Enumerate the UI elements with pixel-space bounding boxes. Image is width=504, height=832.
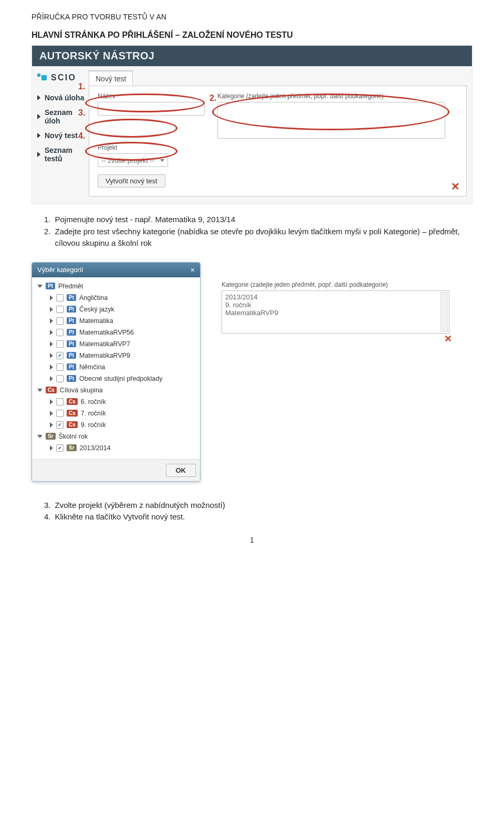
callout-4: 4.: [78, 131, 85, 141]
name-input[interactable]: [98, 102, 205, 116]
tree-item[interactable]: PtObecné studijní předpoklady: [35, 373, 197, 384]
tree-item-label: 7. ročník: [81, 410, 106, 417]
checkbox[interactable]: [56, 375, 64, 382]
checkbox[interactable]: [56, 329, 64, 336]
project-select[interactable]: -- zvolte projekt --: [98, 153, 168, 167]
label-project: Projekt: [98, 144, 168, 151]
sidebar-nav: Nová úloha Seznam úloh Nový test Seznam …: [37, 90, 89, 166]
doc-heading: HLAVNÍ STRÁNKA PO PŘIHLÁŠENÍ – ZALOŽENÍ …: [32, 30, 472, 40]
tree-group-label: Cílová skupina: [60, 387, 103, 394]
tree-group[interactable]: SrŠkolní rok: [35, 431, 197, 442]
checkbox[interactable]: [56, 363, 64, 371]
delete-icon[interactable]: ✕: [444, 333, 452, 345]
tree-item-label: Angličtina: [79, 294, 108, 301]
category-line: MatematikaRVP9: [225, 309, 446, 317]
tree-item[interactable]: PtMatematikaRVP9: [35, 350, 197, 361]
checkbox[interactable]: [56, 306, 64, 313]
checkbox[interactable]: [56, 444, 64, 452]
category-tag: Pt: [67, 306, 76, 313]
category-tag: Pt: [67, 294, 76, 301]
tree-group-label: Školní rok: [59, 433, 88, 440]
chevron-right-icon: [50, 422, 53, 428]
chevron-right-icon: [50, 399, 53, 404]
category-line: 9. ročník: [225, 301, 446, 309]
checkbox[interactable]: [56, 317, 64, 325]
project-placeholder: -- zvolte projekt --: [101, 157, 154, 164]
label-category: Kategorie (zadejte jeden předmět, popř. …: [217, 92, 445, 100]
chevron-down-icon: [37, 435, 43, 438]
checkbox[interactable]: [56, 421, 64, 429]
new-test-panel: Název Kategorie (zadejte jeden předmět, …: [89, 86, 467, 196]
category-tag: Cs: [67, 398, 78, 405]
checkbox[interactable]: [56, 294, 64, 301]
tree-item[interactable]: Sr2013/2014: [35, 442, 197, 454]
app-title: AUTORSKÝ NÁSTROJ: [32, 46, 472, 66]
callout-2: 2.: [209, 93, 216, 103]
screenshot-new-test: AUTORSKÝ NÁSTROJ SCIO Nová úloha Seznam …: [32, 45, 472, 204]
label-name: Název: [98, 92, 205, 100]
chevron-down-icon: [37, 285, 43, 288]
sidebar-item-test-list[interactable]: Seznam testů: [37, 143, 89, 166]
callout-1: 1.: [78, 82, 85, 91]
scrollbar[interactable]: [440, 292, 448, 332]
delete-icon[interactable]: ✕: [451, 180, 460, 193]
tree-group[interactable]: PtPředmět: [35, 280, 197, 292]
tree-item-label: Obecné studijní předpoklady: [79, 375, 162, 382]
chevron-right-icon: [50, 318, 53, 324]
tree-item-label: MatematikaRVP56: [79, 329, 134, 336]
tree-item[interactable]: Cs6. ročník: [35, 396, 197, 408]
category-tag: Pt: [67, 363, 76, 370]
instructions-2: 3.Zvolte projekt (výběrem z nabídnutých …: [44, 500, 472, 523]
category-tag: Cs: [67, 410, 78, 417]
tree-item[interactable]: PtNěmčina: [35, 361, 197, 373]
category-input[interactable]: [217, 102, 445, 139]
checkbox[interactable]: [56, 410, 64, 417]
sidebar-item-new-task[interactable]: Nová úloha: [37, 90, 89, 105]
chevron-right-icon: [50, 330, 53, 335]
tree-item[interactable]: Cs9. ročník: [35, 419, 197, 431]
category-tag: Sr: [67, 444, 77, 451]
create-test-button[interactable]: Vytvořit nový test: [98, 174, 165, 188]
chevron-right-icon: [50, 353, 53, 358]
tree-item[interactable]: PtAngličtina: [35, 292, 197, 304]
chevron-right-icon: [50, 341, 53, 347]
tree-item[interactable]: PtMatematika: [35, 315, 197, 327]
tab-new-test[interactable]: Nový test: [89, 70, 133, 86]
category-tag: Pt: [67, 352, 76, 359]
tree-item[interactable]: Cs7. ročník: [35, 408, 197, 419]
tree-item-label: MatematikaRVP7: [79, 340, 130, 348]
checkbox[interactable]: [56, 340, 64, 348]
tree-item-label: 6. ročník: [81, 398, 106, 405]
tree-item-label: Matematika: [79, 317, 113, 325]
category-line: 2013/2014: [225, 293, 446, 301]
tree-item[interactable]: PtMatematikaRVP7: [35, 338, 197, 350]
tree-item-label: Český jazyk: [79, 306, 114, 313]
tree-group[interactable]: CsCílová skupina: [35, 384, 197, 396]
doc-top-header: PŘÍRUČKA PRO TVORBU TESTŮ V AN: [32, 13, 472, 21]
dialog-title: Výběr kategorií: [37, 266, 83, 274]
chevron-right-icon: [50, 295, 53, 300]
category-result-box[interactable]: 2013/2014 9. ročník MatematikaRVP9 ✕: [222, 290, 449, 334]
chevron-right-icon: [50, 376, 53, 381]
instructions-1: 1.Pojmenujte nový test - např. Matematik…: [44, 214, 472, 249]
tree-item[interactable]: PtČeský jazyk: [35, 304, 197, 315]
chevron-right-icon: [50, 307, 53, 312]
tree-group-label: Předmět: [58, 283, 83, 290]
ok-button[interactable]: OK: [166, 464, 196, 477]
checkbox[interactable]: [56, 352, 64, 359]
tree-item-label: MatematikaRVP9: [79, 352, 130, 359]
tree-item-label: 2013/2014: [80, 444, 111, 452]
category-dialog: Výběr kategorií × PtPředmětPtAngličtinaP…: [32, 262, 201, 482]
page-number: 1: [32, 536, 472, 544]
category-tag: Pt: [46, 283, 55, 289]
category-tag: Pt: [67, 317, 76, 324]
category-tag: Sr: [46, 433, 56, 440]
chevron-right-icon: [50, 445, 53, 451]
checkbox[interactable]: [56, 398, 64, 405]
tree-item[interactable]: PtMatematikaRVP56: [35, 327, 197, 338]
close-icon[interactable]: ×: [191, 266, 195, 274]
category-tag: Pt: [67, 375, 76, 382]
tree-item-label: Němčina: [79, 363, 105, 371]
chevron-right-icon: [50, 411, 53, 416]
tree-item-label: 9. ročník: [81, 421, 106, 429]
